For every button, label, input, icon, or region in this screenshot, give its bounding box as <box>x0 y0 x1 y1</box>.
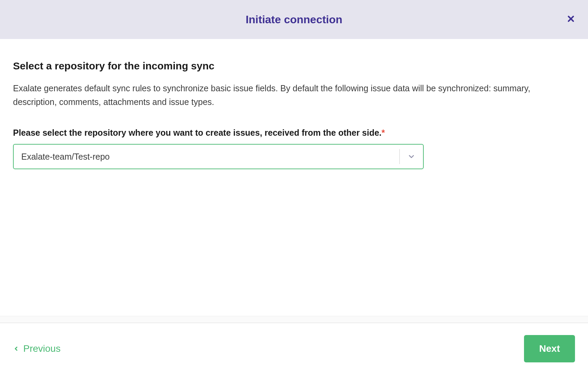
chevron-left-icon <box>13 343 19 354</box>
required-indicator: * <box>382 128 385 137</box>
close-icon <box>567 15 575 24</box>
chevron-down-icon <box>400 152 423 161</box>
modal-content: Select a repository for the incoming syn… <box>0 39 588 316</box>
repository-field-label: Please select the repository where you w… <box>13 128 575 138</box>
close-button[interactable] <box>567 15 575 24</box>
repository-field-label-text: Please select the repository where you w… <box>13 128 382 137</box>
repository-select-value: Exalate-team/Test-repo <box>14 152 399 162</box>
section-heading: Select a repository for the incoming syn… <box>13 60 575 72</box>
next-button[interactable]: Next <box>524 335 575 362</box>
repository-select[interactable]: Exalate-team/Test-repo <box>13 144 424 169</box>
previous-button-label: Previous <box>23 343 61 354</box>
previous-button[interactable]: Previous <box>13 343 61 354</box>
modal-footer: Previous Next <box>0 323 588 374</box>
next-button-label: Next <box>539 343 560 354</box>
modal-header: Initiate connection <box>0 0 588 39</box>
modal-title: Initiate connection <box>246 13 343 26</box>
footer-spacer <box>0 316 588 323</box>
section-description: Exalate generates default sync rules to … <box>13 81 575 109</box>
